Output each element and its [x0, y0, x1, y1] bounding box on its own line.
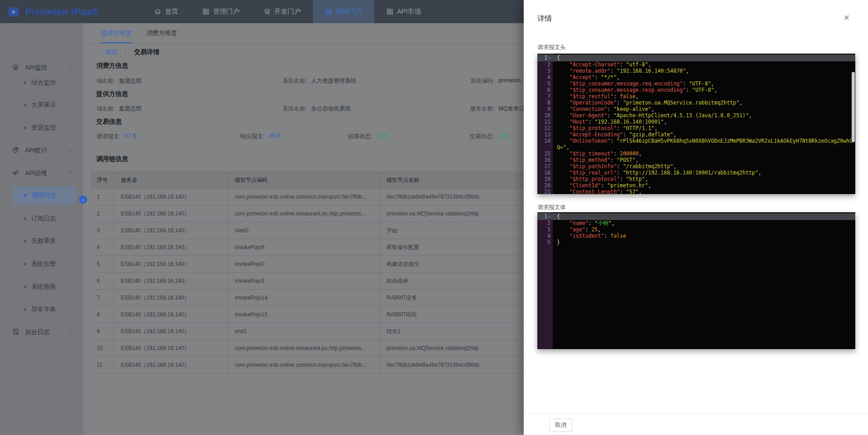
nav-item-label: 首页: [165, 7, 178, 16]
table-cell: 9: [90, 323, 114, 340]
app-screen: P Primeton iPaaS 首页管理门户开发门户运维门户API市场 API…: [0, 0, 868, 435]
table-cell: 2: [90, 205, 114, 222]
table-cell: com.primeton.esb.online.common.transport…: [228, 357, 380, 373]
flag-icon: [12, 169, 19, 177]
tab-1[interactable]: 提供方维度: [101, 23, 132, 43]
line-number: 8: [537, 100, 553, 106]
table-cell: ESB140（192.168.16.140）: [114, 357, 228, 373]
sidebar-item-label: 资源监控: [31, 124, 56, 132]
sidebar-item-10[interactable]: 系统告警: [13, 255, 76, 273]
details-drawer: 详情 ✕ 请求报文头 1▾{2 "Accept-Charset": "utf-8…: [524, 0, 868, 435]
nav-item-2[interactable]: 管理门户: [190, 0, 252, 23]
table-header-cell: 序号: [90, 172, 114, 188]
info-field: 服务名称:MQ发布订: [470, 105, 525, 113]
sidebar-group-13[interactable]: 后台日志⌄: [0, 323, 83, 341]
line-number: 15: [537, 150, 553, 157]
brand-logo: P Primeton iPaaS: [6, 5, 99, 19]
sidebar-item-3[interactable]: 大屏展示: [13, 96, 76, 114]
code-text: "OnlineToken": "rPlSk46zpCBaH5vPK68hq5xN…: [553, 138, 855, 150]
nav-item-5[interactable]: API市场: [374, 0, 433, 23]
code-text: "remote.addr": "192.168.16.140:54870",: [553, 68, 855, 74]
sidebar-item-9[interactable]: 失败重发: [13, 232, 76, 250]
bullet-dot-icon: [24, 126, 26, 129]
line-number: 11: [537, 119, 553, 125]
line-number: 12: [537, 125, 553, 131]
table-cell: invokePojo3: [228, 273, 380, 289]
code-line: 2 "Accept-Charset": "utf-8",: [537, 61, 855, 68]
back-button[interactable]: ‹ 返回: [101, 48, 117, 56]
line-number: 4: [537, 74, 553, 80]
field-label: 交易状态:: [470, 133, 494, 140]
nav-item-4[interactable]: 运维门户: [313, 0, 374, 23]
sidebar-item-7[interactable]: 调用日志: [13, 186, 76, 205]
sidebar-item-label: 系统告警: [31, 260, 56, 268]
code-text: "isStudent": false: [553, 233, 855, 239]
table-cell: end1: [228, 323, 380, 340]
code-text: "Host": "192.168.16.140:10001",: [553, 119, 855, 125]
nav-item-3[interactable]: 开发门户: [252, 0, 313, 23]
code-text: "Connection": "keep-alive",: [553, 106, 855, 112]
code-line: 3 "age": 25,: [537, 226, 855, 233]
close-icon[interactable]: ✕: [843, 13, 850, 23]
bullet-dot-icon: [24, 217, 26, 220]
line-number: 19: [537, 176, 553, 182]
request-body-editor[interactable]: 1▾{2 "name": "小明",3 "age": 25,4 "isStude…: [537, 212, 855, 349]
code-line: 1▾{: [537, 55, 855, 61]
line-number: 10: [537, 112, 553, 119]
transaction-section-title: 交易信息: [96, 118, 122, 126]
field-value: MQ发布订: [498, 105, 525, 113]
sidebar-group-5[interactable]: API统计⌄: [0, 141, 83, 160]
nav-item-label: 开发门户: [274, 7, 301, 16]
chevron-up-icon: ⌃: [68, 65, 72, 71]
sidebar-group-label: API统计: [25, 146, 47, 155]
line-number: 16: [537, 157, 553, 163]
editor-scrollbar[interactable]: [852, 72, 855, 142]
field-label: 服务名称:: [470, 105, 494, 113]
sidebar-item-11[interactable]: 系统链路: [13, 278, 76, 296]
cancel-button[interactable]: 取消: [549, 419, 572, 432]
sidebar-group-6[interactable]: API运维⌃: [0, 164, 83, 182]
bullet-dot-icon: [24, 81, 26, 84]
code-text: "Accept-Encoding": "gzip,deflate",: [553, 131, 855, 138]
fold-arrow-icon[interactable]: ▾: [548, 56, 551, 60]
field-label: 域名称:: [96, 77, 115, 85]
code-text: }: [553, 239, 855, 245]
sidebar-item-2[interactable]: 综合监控: [13, 74, 76, 92]
bullet-dot-icon: [24, 263, 26, 265]
line-number: 1▾: [537, 213, 553, 220]
table-cell: ESB140（192.168.16.140）: [114, 306, 228, 323]
layers-icon: [264, 8, 271, 15]
sidebar-item-8[interactable]: 订阅日志: [13, 210, 76, 228]
field-value: primeton.: [498, 77, 522, 85]
sidebar-collapse-button[interactable]: ‹: [79, 195, 87, 204]
sidebar-item-label: 大屏展示: [31, 101, 56, 109]
sidebar-item-12[interactable]: 异常字典: [13, 300, 76, 319]
sidebar-item-label: 异常字典: [31, 305, 56, 314]
sidebar-item-label: 失败重发: [31, 237, 56, 245]
field-value: 办公自动化系统: [311, 105, 351, 113]
code-text: "OperationCode": "primeton.oa.MQService.…: [553, 100, 855, 106]
code-line: 11 "Host": "192.168.16.140:10001",: [537, 119, 855, 125]
code-line: 5 "$tip_consumer.message.req.encoding": …: [537, 80, 855, 87]
line-number: 18: [537, 170, 553, 176]
breadcrumb: ‹ 返回 交易详情: [101, 47, 159, 58]
fold-arrow-icon[interactable]: ▾: [548, 215, 551, 219]
bullet-dot-icon: [24, 104, 26, 106]
line-number: 14: [537, 138, 553, 150]
appstore-icon: [325, 8, 332, 15]
field-value: 集团总部: [119, 77, 142, 85]
back-chevron-icon: ‹: [101, 49, 103, 56]
field-value: 人力资源管理系统: [311, 77, 356, 85]
chevron-down-icon: ⌄: [68, 148, 72, 154]
sidebar-item-4[interactable]: 资源监控: [13, 119, 76, 137]
pie-icon: [12, 146, 19, 155]
table-cell: ESB140（192.168.16.140）: [114, 205, 228, 222]
code-line: 21 "Content-Length": "57",: [537, 189, 855, 194]
nav-item-1[interactable]: 首页: [142, 0, 190, 23]
field-label: 系统编码:: [470, 77, 494, 85]
line-number: 1▾: [537, 55, 553, 61]
request-header-editor[interactable]: 1▾{2 "Accept-Charset": "utf-8",3 "remote…: [537, 54, 855, 194]
tab-2[interactable]: 消费方维度: [146, 23, 177, 43]
table-cell: ESB140（192.168.16.140）: [114, 323, 228, 340]
field-value: 57 B: [124, 133, 136, 140]
